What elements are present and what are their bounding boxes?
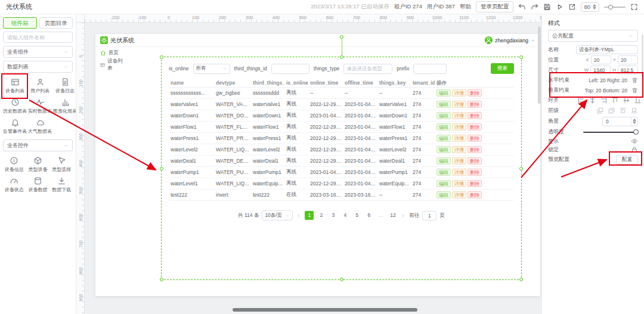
component-item[interactable]: 告警事件表 bbox=[3, 116, 27, 136]
table-row[interactable]: waterFlow1WATER_FLOWwaterFlow1离线2022-12-… bbox=[169, 122, 514, 133]
table-row[interactable]: waterLevel2WATER_LIQ...waterLevel2离线2022… bbox=[169, 144, 514, 156]
page-button[interactable]: 1 bbox=[305, 211, 314, 220]
resize-handle-sw[interactable] bbox=[160, 278, 163, 281]
x-input[interactable] bbox=[591, 55, 611, 64]
component-item[interactable]: 大气数据表 bbox=[28, 116, 52, 136]
height-input[interactable] bbox=[618, 66, 638, 74]
component-item[interactable]: 设备状态 bbox=[3, 175, 26, 195]
delete-button[interactable]: 删除 bbox=[467, 123, 482, 130]
align-top-icon[interactable] bbox=[611, 97, 619, 104]
table-row[interactable]: waterValve1WATER_VALVEwaterValve1离线2022-… bbox=[169, 99, 514, 110]
angle-stepper[interactable] bbox=[631, 117, 637, 126]
delete-button[interactable]: 删除 bbox=[467, 89, 482, 97]
edit-button[interactable]: 编辑 bbox=[436, 146, 451, 153]
width-input[interactable] bbox=[590, 66, 611, 74]
table-row[interactable]: test222inverttest222在线2023-03-16 ...2023… bbox=[169, 189, 514, 201]
resize-handle-nw[interactable] bbox=[160, 55, 163, 59]
page-button[interactable]: 6 bbox=[364, 211, 373, 220]
delete-button[interactable]: 删除 bbox=[467, 191, 482, 198]
component-item[interactable]: 用户列表 bbox=[28, 76, 52, 96]
edit-button[interactable]: 编辑 bbox=[436, 123, 451, 130]
user-menu[interactable]: zhengdaxiang bbox=[485, 36, 535, 44]
component-item[interactable]: 设备日志 bbox=[53, 76, 76, 96]
resize-handle-s[interactable] bbox=[340, 278, 343, 281]
undo-icon[interactable] bbox=[518, 3, 526, 11]
search-button[interactable]: 搜索 bbox=[491, 63, 514, 74]
section-dropdown-2[interactable]: 业务控件 bbox=[3, 139, 73, 151]
align-left-icon[interactable] bbox=[577, 97, 585, 104]
resize-handle-n[interactable] bbox=[340, 55, 343, 59]
component-item[interactable]: 设备数据 bbox=[27, 175, 49, 195]
detail-button[interactable]: 详情 bbox=[452, 146, 466, 153]
component-item[interactable]: 设备列表 bbox=[3, 76, 27, 96]
horizontal-scrollbar[interactable] bbox=[233, 308, 417, 312]
page-button[interactable]: 5 bbox=[352, 211, 361, 220]
zoom-input[interactable]: 80 bbox=[581, 2, 599, 12]
detail-button[interactable]: 详情 bbox=[452, 101, 466, 108]
page-button[interactable]: 2 bbox=[317, 211, 326, 220]
login-page-config-button[interactable]: 登录页配置 bbox=[476, 1, 514, 13]
section-dropdown-1[interactable]: 数据列表 bbox=[3, 61, 73, 73]
detail-button[interactable]: 详情 bbox=[452, 112, 466, 119]
export-icon[interactable] bbox=[568, 3, 576, 11]
detail-button[interactable]: 详情 bbox=[452, 89, 466, 97]
delete-button[interactable]: 删除 bbox=[467, 157, 482, 164]
save-icon[interactable] bbox=[543, 3, 551, 11]
align-right-icon[interactable] bbox=[600, 97, 608, 104]
table-row[interactable]: waterDown1WATER_DO...waterDown1离线2023-01… bbox=[169, 110, 514, 122]
table-row[interactable]: waterLevel1WATER_LIQ...waterEquip...离线20… bbox=[169, 178, 514, 189]
detail-button[interactable]: 详情 bbox=[452, 123, 466, 130]
config-button[interactable]: 配置 bbox=[616, 155, 638, 164]
resize-handle-e[interactable] bbox=[519, 167, 523, 170]
align-bottom-icon[interactable] bbox=[634, 97, 642, 104]
edit-button[interactable]: 编辑 bbox=[436, 157, 451, 164]
selected-widget[interactable]: is_online所有third_things_idthings_typepre… bbox=[161, 57, 522, 280]
page-button[interactable]: 3 bbox=[329, 211, 338, 220]
section-dropdown-0[interactable]: 业务组件 bbox=[3, 46, 73, 58]
zoom-stepper[interactable] bbox=[593, 4, 596, 10]
detail-button[interactable]: 详情 bbox=[452, 135, 466, 142]
delete-button[interactable]: 删除 bbox=[467, 169, 482, 176]
delete-button[interactable]: 删除 bbox=[467, 112, 482, 119]
lock-icon[interactable] bbox=[631, 146, 638, 153]
y-input[interactable] bbox=[618, 55, 638, 64]
page-artboard[interactable]: 光伏系统 zhengdaxiang 首页设备列表 bbox=[95, 34, 540, 296]
zoom-slider-knob[interactable] bbox=[608, 5, 613, 10]
delete-button[interactable]: 删除 bbox=[467, 135, 482, 142]
goto-page-input[interactable] bbox=[422, 211, 436, 220]
filter-input[interactable] bbox=[343, 64, 392, 74]
page-size-select[interactable]: 10条/页 bbox=[262, 210, 293, 220]
prev-page-button[interactable] bbox=[296, 213, 302, 219]
filter-input[interactable] bbox=[413, 64, 447, 74]
style-panel-scrollbar[interactable] bbox=[642, 35, 643, 76]
trash-icon[interactable] bbox=[631, 77, 638, 83]
layer-top-icon[interactable] bbox=[619, 107, 627, 114]
resize-handle-se[interactable] bbox=[519, 278, 523, 281]
help-button[interactable]: 帮助 bbox=[460, 3, 471, 11]
component-item[interactable]: 设备信息 bbox=[3, 154, 26, 175]
redo-icon[interactable] bbox=[531, 3, 538, 11]
edit-button[interactable]: 编辑 bbox=[436, 101, 451, 108]
opacity-slider[interactable] bbox=[583, 129, 638, 135]
zoom-slider[interactable] bbox=[604, 4, 626, 10]
preview-nav-item[interactable]: 设备列表 bbox=[95, 59, 129, 71]
component-item[interactable]: 类型选择 bbox=[50, 154, 73, 175]
delete-button[interactable]: 删除 bbox=[467, 146, 482, 153]
component-item[interactable]: 数据下载 bbox=[50, 175, 73, 195]
angle-input[interactable]: 0 bbox=[602, 117, 638, 126]
design-canvas[interactable]: -200-10001002003004005006007008009001000… bbox=[76, 14, 541, 314]
edit-button[interactable]: 编辑 bbox=[436, 89, 451, 97]
delete-button[interactable]: 删除 bbox=[467, 180, 482, 187]
page-button[interactable]: 12 bbox=[388, 211, 397, 220]
rotate-handle[interactable] bbox=[340, 35, 343, 39]
component-item[interactable]: 历史数据表 bbox=[3, 96, 27, 116]
table-row[interactable]: waterDeal1WATER_DEALwaterDeal1离线2022-12-… bbox=[169, 156, 514, 167]
edit-button[interactable]: 编辑 bbox=[436, 169, 451, 176]
common-config-dropdown[interactable]: 公共配置 bbox=[548, 30, 638, 42]
align-middle-icon[interactable] bbox=[623, 97, 630, 104]
next-page-button[interactable] bbox=[400, 213, 406, 219]
layer-bottom-icon[interactable] bbox=[630, 107, 638, 114]
component-item[interactable]: 类型设备 bbox=[27, 154, 49, 175]
filter-input[interactable] bbox=[271, 64, 309, 74]
tab-component-box[interactable]: 组件箱 bbox=[3, 17, 37, 29]
